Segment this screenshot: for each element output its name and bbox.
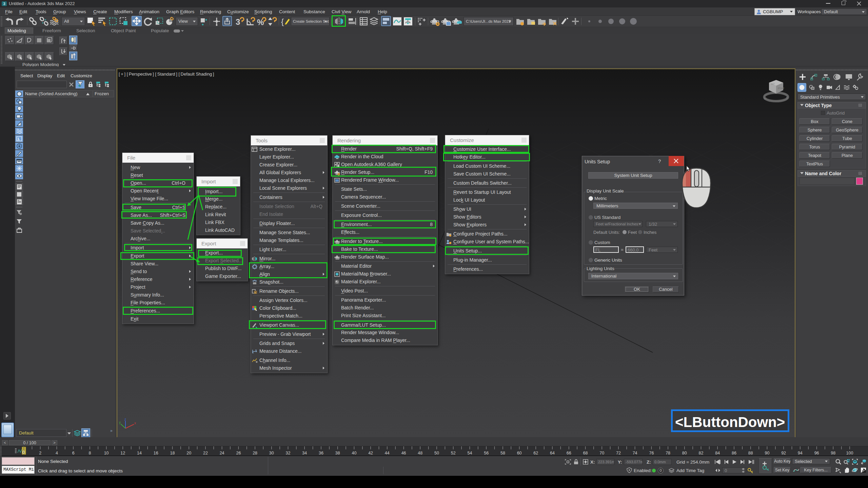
svg-text:76: 76	[649, 451, 654, 455]
svg-text:24: 24	[220, 451, 224, 455]
svg-text:20: 20	[186, 451, 191, 455]
svg-text:y: y	[119, 421, 121, 424]
svg-text:36: 36	[319, 451, 323, 455]
svg-text:46: 46	[401, 451, 406, 455]
svg-text:78: 78	[666, 451, 670, 455]
svg-text:90: 90	[765, 451, 769, 455]
svg-text:28: 28	[253, 451, 257, 455]
svg-text:18: 18	[170, 451, 175, 455]
svg-text:a: a	[254, 291, 256, 294]
svg-text:60: 60	[517, 451, 522, 455]
svg-text:66: 66	[567, 451, 571, 455]
svg-text:30: 30	[269, 451, 274, 455]
svg-text:34: 34	[302, 451, 307, 455]
svg-text:82: 82	[699, 451, 704, 455]
svg-text:3: 3	[236, 17, 240, 26]
svg-text:x: x	[134, 421, 136, 425]
svg-text:74: 74	[633, 451, 637, 455]
svg-text:96: 96	[814, 451, 819, 455]
svg-text:62: 62	[533, 451, 538, 455]
svg-text:58: 58	[500, 451, 505, 455]
svg-text:W: W	[764, 97, 767, 100]
svg-text:100: 100	[846, 451, 853, 455]
svg-text:86: 86	[732, 451, 736, 455]
svg-text:32: 32	[286, 451, 291, 455]
svg-text:/PDHF: /PDHF	[778, 87, 785, 89]
svg-text:92: 92	[781, 451, 786, 455]
svg-text:10: 10	[104, 451, 109, 455]
svg-text:z: z	[124, 418, 126, 421]
svg-text:40: 40	[352, 451, 356, 455]
svg-text:4: 4	[56, 451, 58, 455]
svg-text:S: S	[786, 96, 788, 100]
svg-text:84: 84	[715, 451, 720, 455]
svg-text:117: 117	[771, 83, 775, 85]
svg-text:26: 26	[236, 451, 241, 455]
svg-text:6: 6	[72, 451, 75, 455]
svg-text:12: 12	[120, 451, 125, 455]
svg-text:70: 70	[599, 451, 604, 455]
svg-text:98: 98	[831, 451, 835, 455]
svg-text:52: 52	[451, 451, 456, 455]
svg-text:22: 22	[203, 451, 208, 455]
svg-text:68: 68	[583, 451, 588, 455]
svg-text:88: 88	[748, 451, 753, 455]
svg-text:16: 16	[154, 451, 158, 455]
svg-text:{: {	[281, 17, 284, 26]
svg-text:8: 8	[88, 451, 91, 455]
svg-text:94: 94	[798, 451, 803, 455]
svg-text:56: 56	[484, 451, 489, 455]
svg-text:72: 72	[616, 451, 621, 455]
svg-text:80: 80	[682, 451, 687, 455]
svg-text:38: 38	[335, 451, 340, 455]
svg-text:48: 48	[418, 451, 422, 455]
svg-text:64: 64	[550, 451, 555, 455]
svg-text:42: 42	[368, 451, 373, 455]
svg-text:14: 14	[137, 451, 142, 455]
svg-text:2: 2	[39, 451, 41, 455]
svg-text:54: 54	[467, 451, 472, 455]
svg-text:50: 50	[434, 451, 439, 455]
svg-text:44: 44	[385, 451, 390, 455]
